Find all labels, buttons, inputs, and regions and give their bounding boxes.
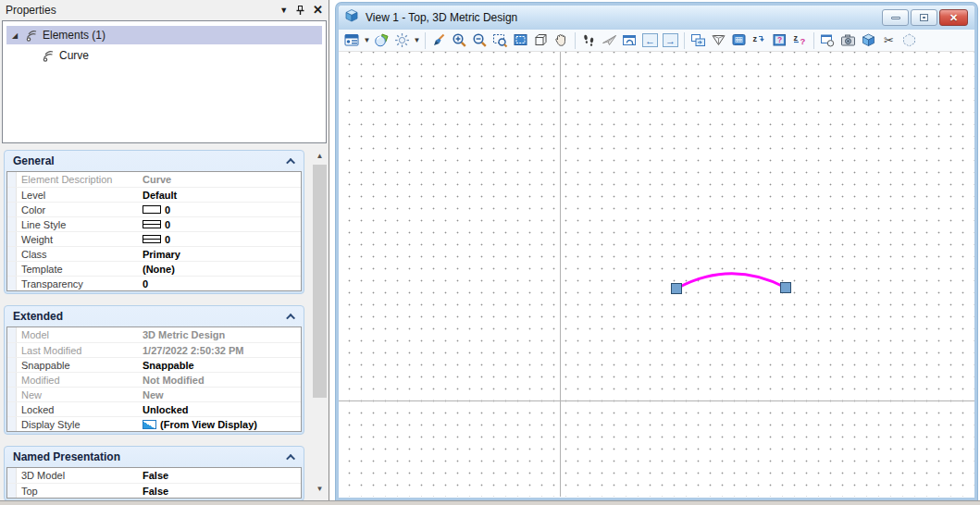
view-attributes-icon[interactable] [342, 31, 362, 50]
property-row[interactable]: Color 0 [7, 202, 301, 216]
section-extended: Extended Model 3D Metric Design Last Mod… [4, 305, 304, 435]
navigate-view-icon[interactable] [620, 31, 639, 50]
fly-icon[interactable] [600, 31, 619, 50]
toolbar-separator [425, 32, 426, 49]
section-general-header[interactable]: General [5, 151, 304, 171]
property-value[interactable]: Curve [139, 174, 301, 185]
dropdown-arrow-icon[interactable]: ▼ [363, 36, 371, 44]
property-value[interactable]: (From View Display) [139, 419, 301, 430]
property-row[interactable]: 3D Model False [7, 468, 301, 483]
property-value[interactable]: Primary [139, 249, 301, 260]
property-value[interactable]: 3D Metric Design [139, 329, 301, 340]
property-row[interactable]: Level Default [7, 187, 301, 202]
row-gutter [7, 358, 17, 372]
fit-view-icon[interactable] [511, 31, 530, 50]
row-gutter [7, 188, 17, 202]
property-row[interactable]: Display Style (From View Display) [7, 416, 301, 431]
section-extended-header[interactable]: Extended [5, 306, 304, 326]
property-row[interactable]: Locked Unlocked [7, 401, 301, 416]
curve-element-layer [339, 52, 974, 497]
saved-view-icon[interactable] [818, 31, 837, 50]
scroll-down-icon[interactable]: ▼ [312, 481, 328, 497]
view-cube-icon[interactable] [859, 31, 878, 50]
update-view-icon[interactable] [429, 31, 449, 50]
pin-icon[interactable] [295, 5, 305, 16]
property-value[interactable]: False [139, 486, 301, 497]
weight-swatch[interactable] [143, 235, 161, 243]
section-general-grid: Element Description Curve Level Default … [6, 171, 302, 291]
property-value[interactable]: Not Modified [139, 375, 301, 386]
property-row[interactable]: Modified Not Modified [7, 372, 301, 387]
color-swatch[interactable] [143, 205, 161, 214]
property-value[interactable]: Snappable [139, 360, 301, 371]
property-row[interactable]: Element Description Curve [7, 172, 301, 187]
property-label: New [17, 389, 139, 400]
section-named-presentation-header[interactable]: Named Presentation [5, 447, 304, 467]
tree-item-curve[interactable]: Curve [40, 46, 326, 65]
property-row[interactable]: Top False [7, 483, 301, 498]
panel-menu-dropdown-icon[interactable]: ▼ [279, 6, 288, 15]
display-style-swatch[interactable] [143, 420, 156, 429]
property-row[interactable]: Model 3D Metric Design [7, 327, 301, 342]
view-titlebar[interactable]: View 1 - Top, 3D Metric Design ✕ [339, 6, 974, 30]
window-area-icon[interactable] [490, 31, 510, 50]
row-gutter [7, 203, 17, 216]
vertical-scrollbar[interactable]: ▲ ▼ [312, 148, 328, 497]
restore-button[interactable] [911, 9, 937, 26]
view-previous-icon[interactable]: ← [640, 31, 660, 50]
property-value[interactable]: Unlocked [139, 404, 301, 415]
property-row[interactable]: Transparency 0 [7, 276, 301, 290]
close-button[interactable]: ✕ [939, 9, 968, 26]
curve-element[interactable] [676, 274, 786, 289]
view-next-icon[interactable]: → [661, 31, 680, 50]
line-style-swatch[interactable] [143, 220, 161, 228]
property-value[interactable]: 0 [139, 278, 301, 289]
clip-mask-icon[interactable] [729, 31, 749, 50]
minimize-button[interactable] [882, 9, 909, 26]
property-value[interactable]: Default [139, 190, 301, 201]
property-row[interactable]: Template (None) [7, 261, 301, 276]
zoom-out-icon[interactable] [470, 31, 490, 50]
tree-item-elements[interactable]: ◢ Elements (1) [6, 26, 322, 44]
pan-view-icon[interactable] [552, 31, 571, 50]
expand-triangle-icon[interactable]: ◢ [6, 31, 23, 40]
property-label: Color [17, 204, 139, 216]
zoom-in-icon[interactable] [450, 31, 469, 50]
close-icon[interactable]: ✕ [313, 6, 323, 15]
curve-handle-right[interactable] [781, 283, 791, 293]
property-value[interactable]: New [139, 389, 301, 400]
property-value[interactable]: (None) [139, 264, 301, 275]
show-display-depth-icon[interactable]: ? [770, 31, 789, 50]
curve-handle-left[interactable] [672, 284, 682, 294]
cut-clip-element-icon[interactable]: ✂ [879, 31, 899, 50]
design-canvas[interactable] [339, 52, 974, 497]
property-value[interactable]: 1/27/2022 2:50:32 PM [139, 345, 301, 356]
property-row[interactable]: Weight 0 [7, 231, 301, 246]
paste-clip-element-icon[interactable] [899, 31, 919, 50]
property-value[interactable]: 0 [139, 204, 301, 216]
row-gutter [7, 247, 17, 261]
copy-view-icon[interactable] [688, 31, 708, 50]
clip-volume-icon[interactable] [709, 31, 728, 50]
svg-text:?: ? [800, 36, 806, 46]
scrollbar-thumb[interactable] [313, 165, 327, 398]
show-active-depth-icon[interactable]: z? [790, 31, 810, 50]
walk-icon[interactable] [579, 31, 599, 50]
properties-titlebar[interactable]: Properties ▼ ✕ [0, 0, 329, 19]
property-row[interactable]: Class Primary [7, 246, 301, 261]
property-row[interactable]: Line Style 0 [7, 216, 301, 231]
dropdown-arrow-icon[interactable]: ▼ [413, 36, 421, 44]
adjust-brightness-icon[interactable] [392, 31, 412, 50]
section-named-presentation-grid: 3D Model False Top False [6, 467, 302, 499]
property-row[interactable]: Snappable Snappable [7, 357, 301, 372]
set-active-depth-icon[interactable]: z [750, 31, 769, 50]
display-style-icon[interactable] [372, 31, 391, 50]
property-row[interactable]: Last Modified 1/27/2022 2:50:32 PM [7, 342, 301, 357]
scroll-up-icon[interactable]: ▲ [312, 148, 328, 164]
property-value[interactable]: False [139, 470, 301, 481]
property-row[interactable]: New New [7, 387, 301, 401]
property-value[interactable]: 0 [139, 234, 301, 245]
property-value[interactable]: 0 [139, 219, 301, 230]
camera-icon[interactable] [838, 31, 858, 50]
rotate-view-icon[interactable] [531, 31, 551, 50]
